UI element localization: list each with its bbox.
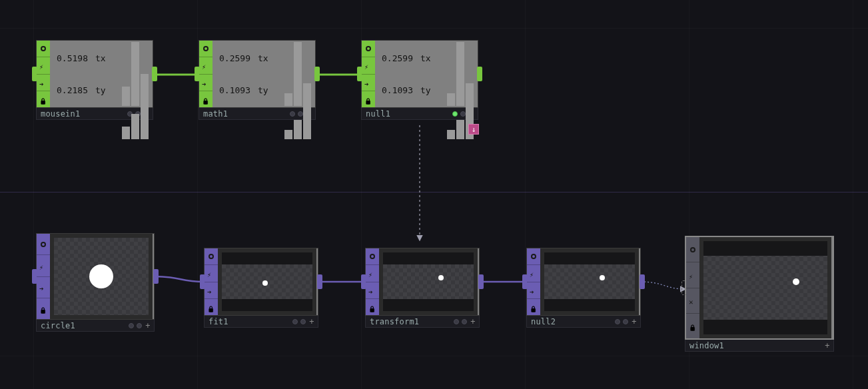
node-math1[interactable]: 0.2599 tx 0.1093 ty math1 + [199, 40, 316, 120]
activate-icon[interactable] [527, 265, 540, 282]
bypass-icon[interactable] [366, 282, 379, 299]
node-flags[interactable]: + [292, 318, 315, 325]
plus-icon[interactable]: + [308, 318, 315, 325]
node-circle1[interactable]: circle1 + [36, 233, 155, 332]
lock-icon[interactable] [37, 298, 50, 319]
node-flags[interactable]: + [824, 342, 831, 349]
node-icon-rail [205, 248, 218, 315]
preview-circle [600, 275, 605, 280]
node-flags[interactable]: + [129, 322, 151, 329]
activate-icon[interactable] [199, 57, 213, 74]
output-connector[interactable] [477, 67, 482, 81]
preview-circle [262, 280, 268, 286]
channel-tx: 0.2599 tx [376, 42, 474, 74]
plus-icon[interactable]: + [824, 342, 831, 349]
activate-icon[interactable] [686, 262, 699, 288]
output-connector[interactable] [152, 67, 157, 81]
node-name: null2 [531, 317, 556, 326]
lock-icon[interactable] [205, 299, 218, 315]
preview-circle [438, 275, 444, 280]
activate-icon[interactable] [37, 57, 50, 74]
activate-icon[interactable] [205, 265, 218, 282]
bypass-icon[interactable] [205, 282, 218, 299]
node-name: null1 [366, 109, 390, 119]
output-connector[interactable] [314, 67, 320, 81]
plus-icon[interactable]: + [145, 322, 151, 329]
activate-icon[interactable] [366, 265, 379, 282]
channel-ty: 0.1093 ty [214, 74, 311, 106]
bypass-icon[interactable] [199, 75, 213, 91]
lock-icon[interactable] [37, 91, 50, 107]
plus-icon[interactable]: + [631, 318, 638, 325]
viewer-icon[interactable] [686, 237, 699, 262]
viewer-icon[interactable] [37, 41, 50, 57]
lock-icon[interactable] [366, 299, 379, 315]
node-mousein1[interactable]: 0.5198 tx 0.2185 ty mousein1 + [36, 40, 153, 120]
node-transform1[interactable]: transform1 + [365, 248, 480, 328]
node-flags[interactable]: + [615, 318, 638, 325]
viewer-icon[interactable] [205, 248, 218, 265]
output-connector[interactable] [317, 274, 322, 289]
bypass-icon[interactable] [37, 277, 50, 298]
viewer-icon[interactable] [37, 234, 50, 255]
bypass-icon[interactable] [362, 75, 375, 91]
node-icon-rail [527, 248, 540, 315]
node-name: mousein1 [41, 109, 80, 119]
channel-tx: 0.2599 tx [214, 42, 311, 74]
output-connector[interactable] [640, 274, 645, 289]
node-name: fit1 [209, 317, 228, 326]
node-icon-rail [686, 237, 699, 338]
lock-icon[interactable] [362, 91, 375, 107]
bypass-icon[interactable] [527, 282, 540, 299]
preview-circle [793, 278, 799, 285]
preview-circle [89, 264, 113, 288]
node-null1[interactable]: 0.2599 tx 0.1093 ty null1 + [361, 40, 478, 120]
channel-ty: 0.1093 ty [376, 74, 474, 106]
node-fit1[interactable]: fit1 + [204, 248, 318, 328]
channel-tx: 0.5198 tx [51, 42, 149, 74]
plus-icon[interactable]: + [470, 318, 476, 325]
lock-icon[interactable] [527, 299, 540, 315]
output-connector[interactable] [478, 274, 484, 289]
activate-icon[interactable] [362, 57, 375, 74]
node-name: window1 [689, 341, 724, 350]
grid-separator [0, 192, 868, 193]
node-icon-rail [366, 248, 379, 315]
node-icon-rail [362, 41, 375, 107]
viewer-icon[interactable] [362, 41, 375, 57]
node-null2[interactable]: null2 + [526, 248, 641, 328]
lock-icon[interactable] [199, 91, 213, 107]
bypass-icon[interactable] [37, 75, 50, 91]
node-window1[interactable]: window1 + [685, 236, 834, 352]
node-name: math1 [203, 109, 228, 119]
activate-icon[interactable] [37, 255, 50, 276]
channel-ty: 0.2185 ty [51, 74, 149, 106]
viewer-icon[interactable] [366, 248, 379, 265]
node-icon-rail [37, 41, 50, 107]
close-icon[interactable] [686, 288, 699, 314]
viewer-icon[interactable] [199, 41, 213, 57]
node-icon-rail [199, 41, 213, 107]
export-flag-icon[interactable]: ↓ [468, 124, 479, 135]
viewer-icon[interactable] [527, 248, 540, 265]
node-name: transform1 [370, 317, 419, 326]
lock-icon[interactable] [686, 314, 699, 338]
node-icon-rail [37, 234, 50, 319]
output-connector[interactable] [153, 269, 159, 284]
node-flags[interactable]: + [454, 318, 476, 325]
node-name: circle1 [41, 321, 75, 330]
